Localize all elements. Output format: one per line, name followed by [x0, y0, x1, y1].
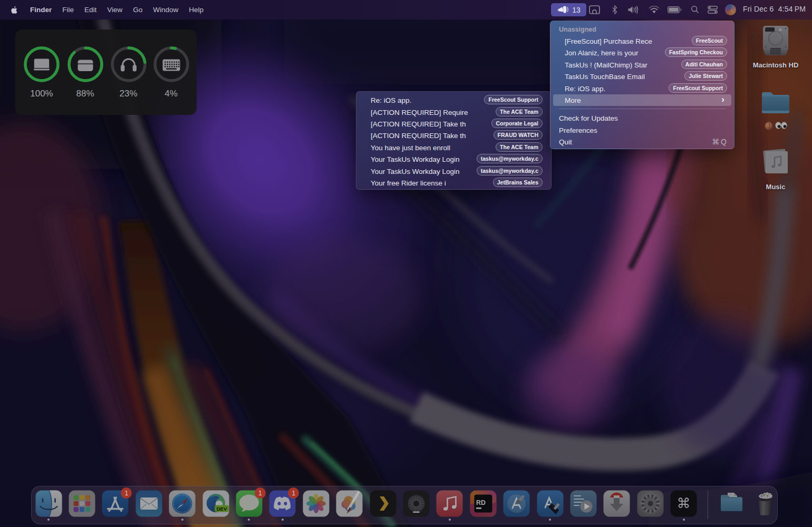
svg-text:⌘: ⌘ [677, 495, 691, 511]
svg-text:RD: RD [476, 499, 486, 506]
svg-text:DEV: DEV [216, 506, 227, 512]
